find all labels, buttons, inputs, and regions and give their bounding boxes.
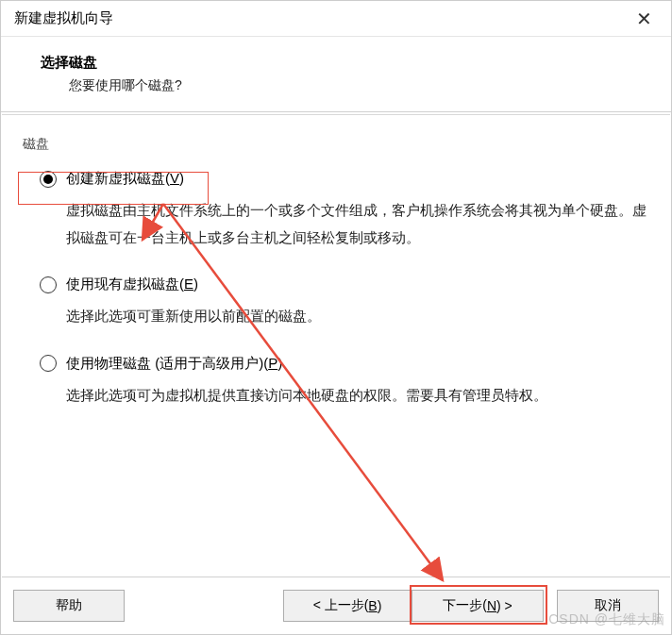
page-title: 选择磁盘 [41,54,648,72]
radio-option-create-new: 创建新虚拟磁盘(V) 虚拟磁盘由主机文件系统上的一个或多个文件组成，客户机操作系… [23,170,649,251]
help-button[interactable]: 帮助 [13,590,125,622]
next-button[interactable]: 下一步(N) > [412,590,544,622]
radio-row[interactable]: 使用现有虚拟磁盘(E) [40,276,649,293]
radio-option-existing: 使用现有虚拟磁盘(E) 选择此选项可重新使用以前配置的磁盘。 [23,276,649,330]
title-bar: 新建虚拟机向导 ✕ [1,1,671,37]
content-area: 磁盘 创建新虚拟磁盘(V) 虚拟磁盘由主机文件系统上的一个或多个文件组成，客户机… [2,114,670,576]
window-title: 新建虚拟机向导 [14,9,113,27]
close-icon[interactable]: ✕ [629,6,660,32]
radio-icon[interactable] [40,171,57,188]
back-button[interactable]: < 上一步(B) [283,590,412,622]
watermark: CSDN @七维大脑 [548,611,665,628]
radio-description: 虚拟磁盘由主机文件系统上的一个或多个文件组成，客户机操作系统会将其视为单个硬盘。… [40,197,649,251]
radio-icon[interactable] [40,276,57,293]
radio-label: 创建新虚拟磁盘(V) [66,170,184,188]
radio-icon[interactable] [40,355,57,372]
page-subtitle: 您要使用哪个磁盘? [41,77,648,94]
radio-row[interactable]: 使用物理磁盘 (适用于高级用户)(P) [40,355,649,373]
radio-label: 使用现有虚拟磁盘(E) [66,276,198,293]
radio-description: 选择此选项可重新使用以前配置的磁盘。 [40,303,649,330]
radio-label: 使用物理磁盘 (适用于高级用户)(P) [66,355,282,373]
wizard-header: 选择磁盘 您要使用哪个磁盘? [1,37,671,112]
radio-option-physical: 使用物理磁盘 (适用于高级用户)(P) 选择此选项可为虚拟机提供直接访问本地硬盘… [23,355,649,409]
wizard-window: 新建虚拟机向导 ✕ 选择磁盘 您要使用哪个磁盘? 磁盘 创建新虚拟磁盘(V) 虚… [0,0,672,635]
radio-description: 选择此选项可为虚拟机提供直接访问本地硬盘的权限。需要具有管理员特权。 [40,382,649,409]
radio-row[interactable]: 创建新虚拟磁盘(V) [40,170,649,188]
group-label-disk: 磁盘 [23,136,649,153]
